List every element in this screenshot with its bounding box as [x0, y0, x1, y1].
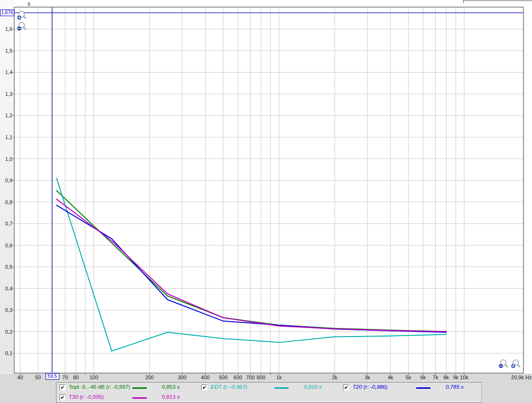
y-tick-label: 1,3	[0, 91, 12, 97]
x-tick-label: 50	[35, 375, 41, 380]
legend-checkbox[interactable]: ✔	[59, 384, 65, 391]
plot-area[interactable]	[0, 0, 532, 403]
y-tick-label: 1,0	[0, 156, 12, 162]
plot-background	[14, 7, 523, 373]
y-tick-label: 0,2	[0, 329, 12, 335]
legend-entry-t30: ✔T30 (r: -0,995)0,813 s	[56, 394, 198, 402]
x-axis-unit-label: Hz	[525, 375, 532, 380]
cursor-x-readout[interactable]: 59,5	[46, 373, 59, 380]
overlay-edge-line	[463, 0, 464, 3]
y-tick-label: 1,6	[0, 26, 12, 32]
x-tick-label: 10k	[460, 375, 468, 380]
zoom-out-icon[interactable]	[498, 358, 510, 370]
x-tick-label: 9k	[453, 375, 458, 380]
x-tick-label: 400	[201, 375, 209, 380]
y-tick-label: 0,9	[0, 178, 12, 183]
y-tick-label: 0,3	[0, 307, 12, 313]
zoom-out-icon[interactable]	[17, 21, 28, 32]
legend-line-swatch	[416, 387, 430, 389]
x-tick-label: 4k	[388, 375, 393, 380]
x-tick-label: 800	[257, 375, 265, 380]
legend-entry-t20: ✔T20 (r: -0,986)0,785 s	[340, 384, 482, 392]
legend-line-swatch	[274, 387, 289, 389]
y-tick-label: 1,4	[0, 69, 12, 75]
y-tick-label: 0,1	[0, 350, 12, 356]
legend-entry-edt: ✔EDT (r: -0,967)0,910 s	[198, 384, 340, 392]
legend-label: T30 (r: -0,995)	[69, 394, 104, 400]
x-tick-label: 2k	[332, 375, 337, 380]
legend-label: EDT (r: -0,967)	[211, 384, 247, 390]
legend-label: Topt -5..-45 dB (r: -0,997)	[69, 384, 130, 390]
legend-value: 0,910 s	[304, 384, 322, 390]
y-tick-label: 1,1	[0, 134, 12, 140]
x-tick-label: 70	[62, 375, 68, 380]
x-tick-label: 500	[219, 375, 227, 380]
legend-checkbox[interactable]: ✔	[343, 384, 349, 391]
y-tick-label: 1,2	[0, 112, 12, 118]
x-tick-label: 8k	[443, 375, 449, 380]
legend-checkbox[interactable]: ✔	[201, 384, 207, 391]
legend-line-swatch	[132, 397, 147, 399]
cursor-y-readout[interactable]: 1,676	[0, 9, 14, 16]
legend-panel: ✔Topt -5..-45 dB (r: -0,997)0,853 s✔EDT …	[56, 382, 482, 403]
x-tick-label: 20,9k	[511, 375, 524, 380]
legend-line-swatch	[132, 387, 147, 389]
legend-value: 0,785 s	[446, 384, 464, 390]
legend-label: T20 (r: -0,986)	[353, 384, 388, 390]
overlay-edge-line	[463, 0, 532, 1]
x-tick-label: 100	[89, 375, 98, 380]
x-tick-label: 3k	[364, 375, 370, 380]
x-tick-label: 700	[246, 375, 254, 380]
y-tick-label: 0,5	[0, 264, 12, 270]
zoom-in-icon[interactable]	[511, 358, 522, 370]
legend-value: 0,813 s	[162, 394, 180, 400]
rt60-analysis-window: s 0,10,20,30,40,50,60,70,80,91,01,11,21,…	[0, 0, 532, 403]
x-tick-label: 5k	[406, 375, 411, 380]
x-tick-label: 7k	[433, 375, 439, 380]
x-tick-label: 6k	[420, 375, 426, 380]
x-tick-label: 600	[233, 375, 242, 380]
x-tick-label: 40	[17, 375, 23, 380]
legend-value: 0,853 s	[162, 384, 180, 390]
x-tick-label: 1k	[276, 375, 282, 380]
zoom-in-icon[interactable]	[17, 10, 28, 21]
y-tick-label: 0,6	[0, 243, 12, 248]
y-tick-label: 0,4	[0, 286, 12, 291]
x-tick-label: 80	[73, 375, 79, 380]
legend-entry-topt: ✔Topt -5..-45 dB (r: -0,997)0,853 s	[56, 384, 198, 392]
x-tick-label: 200	[145, 375, 154, 380]
x-tick-label: 300	[178, 375, 187, 380]
legend-checkbox[interactable]: ✔	[59, 394, 65, 401]
y-tick-label: 0,7	[0, 221, 12, 226]
y-tick-label: 1,5	[0, 48, 12, 54]
y-tick-label: 0,8	[0, 199, 12, 205]
